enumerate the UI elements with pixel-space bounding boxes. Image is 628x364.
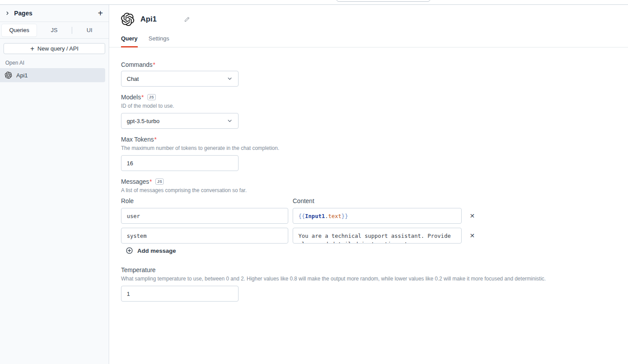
query-title: Api1 (140, 15, 157, 24)
commands-label-row: Commands* (121, 61, 628, 68)
field-temperature: Temperature What sampling temperature to… (121, 266, 628, 302)
sidebar-section-open-ai: Open AI (5, 60, 109, 66)
messages-grid: Role Content user {{Input1.text}} ✕ syst… (121, 197, 628, 244)
main-panel: Api1 Query Settings Commands* Chat (109, 5, 628, 364)
chevron-down-icon (227, 76, 233, 82)
sidebar: Pages + Queries JS UI + New query / API … (0, 5, 109, 364)
commands-value: Chat (127, 76, 139, 82)
required-asterisk: * (153, 61, 155, 68)
models-value: gpt-3.5-turbo (127, 118, 159, 124)
remove-message-icon[interactable]: ✕ (466, 211, 478, 221)
tab-query[interactable]: Query (121, 35, 138, 47)
max-tokens-input[interactable]: 16 (121, 155, 239, 171)
sidebar-item-api1[interactable]: Api1 (0, 68, 105, 82)
required-asterisk: * (154, 136, 156, 143)
role-input[interactable]: system (121, 228, 288, 244)
temperature-input[interactable]: 1 (121, 286, 239, 302)
temperature-label: Temperature (121, 266, 156, 273)
edit-name-pencil-icon[interactable] (184, 16, 190, 22)
temperature-helper: What sampling temperature to use, betwee… (121, 276, 628, 282)
messages-label: Messages (121, 178, 149, 185)
content-column-header: Content (293, 197, 462, 204)
js-badge[interactable]: JS (147, 94, 156, 101)
field-models: Models* JS ID of the model to use. gpt-3… (121, 94, 628, 129)
pages-header: Pages + (0, 5, 109, 22)
max-tokens-helper: The maximum number of tokens to generate… (121, 145, 628, 151)
remove-message-icon[interactable]: ✕ (466, 231, 478, 240)
sidebar-tab-bar: Queries JS UI (0, 22, 109, 39)
query-form: Commands* Chat Models* JS ID of the mode… (109, 47, 628, 302)
messages-helper: A list of messages comprising the conver… (121, 187, 628, 193)
add-page-button[interactable]: + (97, 9, 104, 18)
plus-circle-icon (126, 247, 133, 254)
models-select[interactable]: gpt-3.5-turbo (121, 113, 239, 129)
chevron-down-icon (227, 118, 233, 124)
tab-settings[interactable]: Settings (149, 35, 169, 47)
models-label: Models (121, 94, 141, 101)
openai-logo-icon (121, 13, 134, 26)
query-settings-tabs: Query Settings (109, 35, 628, 47)
field-max-tokens: Max Tokens* The maximum number of tokens… (121, 136, 628, 171)
content-input[interactable]: You are a technical support assistant. P… (293, 228, 462, 244)
required-asterisk: * (141, 94, 143, 101)
tab-js[interactable]: JS (37, 24, 71, 36)
role-column-header: Role (121, 197, 288, 204)
add-message-button[interactable]: Add message (126, 247, 176, 254)
sidebar-item-label: Api1 (16, 72, 28, 79)
commands-label: Commands (121, 61, 153, 68)
commands-select[interactable]: Chat (121, 71, 239, 87)
pages-title: Pages (14, 10, 33, 17)
query-header: Api1 (109, 5, 628, 26)
plus-icon: + (30, 45, 34, 52)
js-badge[interactable]: JS (155, 178, 164, 185)
app-layout: Pages + Queries JS UI + New query / API … (0, 5, 628, 364)
max-tokens-label: Max Tokens (121, 136, 154, 143)
field-messages: Messages* JS A list of messages comprisi… (121, 178, 628, 256)
omnibox-fragment[interactable] (336, 0, 430, 2)
content-input[interactable]: {{Input1.text}} (293, 208, 462, 224)
openai-logo-icon (5, 72, 12, 79)
messages-label-row: Messages* JS (121, 178, 628, 185)
required-asterisk: * (150, 178, 152, 185)
new-query-button[interactable]: + New query / API (4, 43, 105, 54)
role-input[interactable]: user (121, 208, 288, 224)
add-message-label: Add message (137, 248, 176, 254)
new-query-label: New query / API (37, 45, 78, 52)
temperature-value: 1 (127, 291, 130, 297)
top-bar (0, 0, 628, 5)
tab-ui[interactable]: UI (72, 24, 107, 36)
temperature-label-row: Temperature (121, 266, 628, 273)
models-label-row: Models* JS (121, 94, 628, 101)
tab-queries[interactable]: Queries (2, 24, 37, 36)
max-tokens-value: 16 (127, 160, 133, 167)
max-tokens-label-row: Max Tokens* (121, 136, 628, 143)
field-commands: Commands* Chat (121, 61, 628, 87)
models-helper: ID of the model to use. (121, 103, 628, 109)
chevron-right-icon[interactable] (5, 11, 10, 16)
